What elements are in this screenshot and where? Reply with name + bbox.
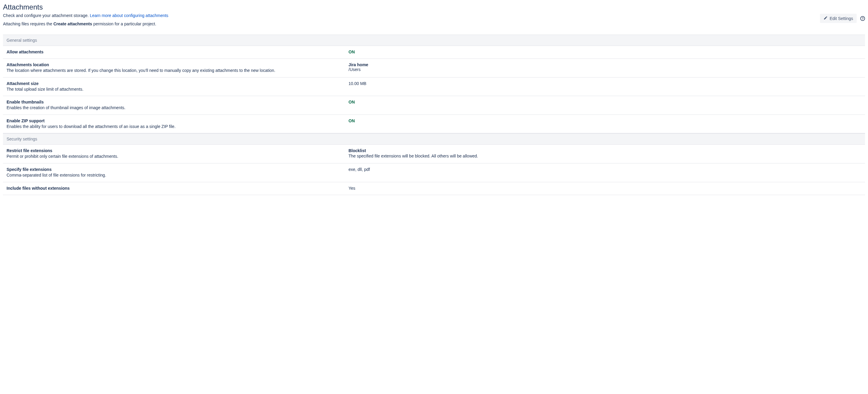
general-settings-header: General settings: [3, 35, 865, 46]
status-on: ON: [348, 100, 355, 104]
setting-label: Specify file extensions: [6, 167, 343, 172]
setting-label-col: Restrict file extensions Permit or prohi…: [6, 148, 348, 160]
status-on: ON: [348, 50, 355, 54]
pencil-icon: [824, 16, 828, 21]
setting-value-col: ON: [348, 100, 862, 111]
setting-desc: Enables the ability for users to downloa…: [6, 124, 343, 130]
blocklist-title: Blocklist: [348, 148, 862, 153]
location-path: /Users: [348, 67, 862, 72]
setting-row-specify-extensions: Specify file extensions Comma-separated …: [3, 163, 865, 182]
setting-row-allow-attachments: Allow attachments ON: [3, 46, 865, 59]
setting-row-include-no-ext: Include files without extensions Yes: [3, 182, 865, 195]
setting-label: Attachment size: [6, 81, 343, 86]
security-settings-header: Security settings: [3, 133, 865, 145]
setting-label-col: Include files without extensions: [6, 186, 348, 191]
page-header: Attachments Check and configure your att…: [3, 3, 865, 35]
setting-label: Include files without extensions: [6, 186, 343, 191]
page-subtitle: Check and configure your attachment stor…: [3, 13, 820, 18]
setting-label: Attachments location: [6, 62, 343, 67]
setting-label: Allow attachments: [6, 50, 343, 54]
blocklist-desc: The specified file extensions will be bl…: [348, 154, 862, 158]
setting-label-col: Allow attachments: [6, 50, 348, 55]
setting-row-attachment-size: Attachment size The total upload size li…: [3, 77, 865, 96]
setting-row-attachments-location: Attachments location The location where …: [3, 59, 865, 77]
setting-value-col: 10.00 MB: [348, 81, 862, 93]
edit-settings-button[interactable]: Edit Settings: [820, 14, 857, 23]
setting-label: Enable ZIP support: [6, 119, 343, 123]
edit-settings-label: Edit Settings: [830, 16, 853, 21]
page-title: Attachments: [3, 3, 820, 11]
setting-label-col: Enable thumbnails Enables the creation o…: [6, 100, 348, 111]
setting-value-col: Blocklist The specified file extensions …: [348, 148, 862, 160]
perm-bold: Create attachments: [54, 22, 92, 26]
setting-label-col: Enable ZIP support Enables the ability f…: [6, 119, 348, 130]
perm-post: permission for a particular project.: [92, 22, 156, 26]
status-on: ON: [348, 119, 355, 123]
subtitle-text: Check and configure your attachment stor…: [3, 13, 90, 18]
setting-row-enable-thumbnails: Enable thumbnails Enables the creation o…: [3, 96, 865, 115]
perm-pre: Attaching files requires the: [3, 22, 54, 26]
setting-desc: Comma-separated list of file extensions …: [6, 172, 343, 178]
setting-desc: The location where attachments are store…: [6, 68, 343, 74]
size-value: 10.00 MB: [348, 81, 366, 86]
noext-value: Yes: [348, 186, 355, 191]
setting-desc: Permit or prohibit only certain file ext…: [6, 154, 343, 160]
setting-label: Enable thumbnails: [6, 100, 343, 104]
setting-value-col: Jira home /Users: [348, 62, 862, 74]
setting-desc: The total upload size limit of attachmen…: [6, 87, 343, 93]
location-title: Jira home: [348, 62, 862, 67]
setting-label-col: Attachments location The location where …: [6, 62, 348, 74]
setting-value-col: Yes: [348, 186, 862, 191]
setting-label-col: Attachment size The total upload size li…: [6, 81, 348, 93]
learn-more-link[interactable]: Learn more about configuring attachments: [90, 13, 168, 18]
extensions-value: exe, dll, pdf: [348, 167, 370, 172]
setting-desc: Enables the creation of thumbnail images…: [6, 105, 343, 111]
permission-note: Attaching files requires the Create atta…: [3, 22, 820, 26]
header-actions: Edit Settings ?: [820, 14, 865, 23]
setting-row-enable-zip: Enable ZIP support Enables the ability f…: [3, 115, 865, 134]
setting-label: Restrict file extensions: [6, 148, 343, 153]
setting-value-col: exe, dll, pdf: [348, 167, 862, 178]
setting-value-col: ON: [348, 119, 862, 130]
setting-value-col: ON: [348, 50, 862, 55]
help-icon[interactable]: ?: [860, 16, 865, 21]
setting-row-restrict-extensions: Restrict file extensions Permit or prohi…: [3, 145, 865, 163]
setting-label-col: Specify file extensions Comma-separated …: [6, 167, 348, 178]
header-left: Attachments Check and configure your att…: [3, 3, 820, 35]
